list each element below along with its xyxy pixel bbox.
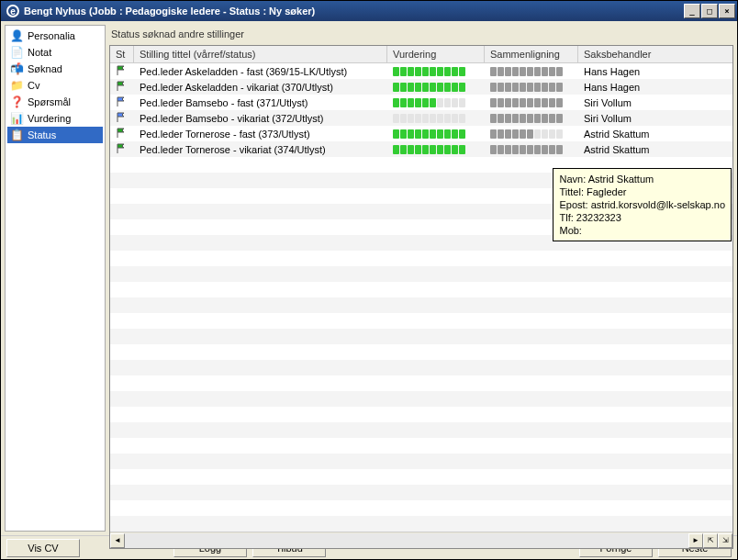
row-sammenligning — [485, 114, 578, 123]
empty-row — [110, 344, 732, 360]
col-title[interactable]: Stilling tittel (vårref/status) — [134, 46, 387, 62]
row-title: Ped.leder Askeladden - fast (369/15-LK/U… — [134, 66, 387, 77]
row-sammenligning — [485, 98, 578, 107]
empty-row — [110, 251, 732, 266]
row-title: Ped.leder Bamsebo - fast (371/Utlyst) — [134, 97, 387, 108]
sidebar-item-vurdering[interactable]: 📊Vurdering — [7, 110, 103, 127]
grid: St Stilling tittel (vårref/status) Vurde… — [109, 45, 733, 549]
grid-header: St Stilling tittel (vårref/status) Vurde… — [110, 46, 732, 63]
row-vurdering — [387, 98, 485, 107]
vis-cv-button[interactable]: Vis CV — [6, 539, 80, 557]
row-sammenligning — [485, 145, 578, 154]
empty-row — [110, 391, 732, 407]
row-sammenligning — [485, 67, 578, 76]
flag-icon — [110, 81, 134, 94]
table-row[interactable]: Ped.leder Bamsebo - fast (371/Utlyst)Sir… — [110, 95, 732, 110]
flag-icon — [110, 112, 134, 125]
status-icon: 📋 — [9, 128, 24, 142]
expand-down-icon[interactable]: ⇲ — [718, 533, 732, 548]
empty-row — [110, 500, 732, 516]
row-saksbehandler: Hans Hagen — [578, 82, 732, 93]
sidebar-label: Personalia — [28, 30, 75, 41]
vurdering-icon: 📊 — [9, 111, 24, 126]
notat-icon: 📄 — [9, 45, 24, 60]
sidebar-label: Vurdering — [28, 113, 71, 124]
empty-row — [110, 375, 732, 391]
sidebar-item-personalia[interactable]: 👤Personalia — [7, 28, 103, 44]
row-saksbehandler: Astrid Skattum — [578, 129, 732, 140]
table-row[interactable]: Ped.leder Tornerose - fast (373/Utlyst)A… — [110, 126, 732, 141]
row-title: Ped.leder Bamsebo - vikariat (372/Utlyst… — [134, 113, 387, 124]
empty-row — [110, 329, 732, 344]
sidebar-item-søknad[interactable]: 📬Søknad — [7, 61, 103, 77]
content: Status søknad andre stillinger St Stilli… — [109, 25, 733, 532]
scroll-track[interactable] — [125, 533, 688, 548]
empty-row — [110, 485, 732, 500]
titlebar: e Bengt Nyhus (Jobb : Pedagogiske ledere… — [1, 1, 737, 21]
sidebar-label: Spørsmål — [28, 96, 71, 107]
row-title: Ped.leder Tornerose - vikariat (374/Utly… — [134, 144, 387, 155]
sidebar-label: Cv — [28, 80, 39, 91]
table-row[interactable]: Ped.leder Tornerose - vikariat (374/Utly… — [110, 141, 732, 157]
tooltip: Navn: Astrid Skattum Tittel: Fagleder Ep… — [553, 168, 732, 241]
grid-body: Ped.leder Askeladden - fast (369/15-LK/U… — [110, 63, 732, 532]
sidebar-item-notat[interactable]: 📄Notat — [7, 44, 103, 61]
flag-icon — [110, 65, 134, 78]
sidebar-label: Notat — [28, 47, 51, 58]
row-saksbehandler: Siri Vollum — [578, 113, 732, 124]
scroll-right-icon[interactable]: ► — [688, 533, 703, 548]
empty-row — [110, 407, 732, 422]
row-vurdering — [387, 145, 485, 154]
flag-icon — [110, 96, 134, 109]
main-area: 👤Personalia📄Notat📬Søknad📁Cv❓Spørsmål📊Vur… — [1, 21, 737, 535]
row-vurdering — [387, 114, 485, 123]
flag-icon — [110, 143, 134, 156]
app-icon: e — [6, 5, 19, 17]
close-button[interactable]: × — [719, 4, 735, 18]
row-saksbehandler: Hans Hagen — [578, 66, 732, 77]
empty-row — [110, 422, 732, 438]
empty-row — [110, 454, 732, 469]
row-sammenligning — [485, 129, 578, 139]
row-vurdering — [387, 83, 485, 92]
maximize-button[interactable]: □ — [701, 4, 718, 18]
col-saksbehandler[interactable]: Saksbehandler — [578, 46, 732, 62]
empty-row — [110, 438, 732, 454]
sidebar-item-status[interactable]: 📋Status — [7, 127, 103, 143]
sidebar-label: Status — [28, 129, 56, 140]
row-title: Ped.leder Tornerose - fast (373/Utlyst) — [134, 129, 387, 140]
empty-row — [110, 266, 732, 282]
sidebar: 👤Personalia📄Notat📬Søknad📁Cv❓Spørsmål📊Vur… — [5, 25, 106, 532]
col-sammenligning[interactable]: Sammenligning — [485, 46, 578, 62]
col-status[interactable]: St — [110, 46, 134, 62]
row-saksbehandler: Siri Vollum — [578, 97, 732, 108]
empty-row — [110, 469, 732, 485]
section-title: Status søknad andre stillinger — [109, 25, 733, 45]
empty-row — [110, 313, 732, 329]
empty-row — [110, 282, 732, 297]
col-vurdering[interactable]: Vurdering — [387, 46, 485, 62]
row-sammenligning — [485, 83, 578, 92]
table-row[interactable]: Ped.leder Bamsebo - vikariat (372/Utlyst… — [110, 110, 732, 126]
horizontal-scrollbar[interactable]: ◄ ► ⇱ ⇲ — [110, 532, 732, 548]
spørsmål-icon: ❓ — [9, 95, 24, 109]
sidebar-item-cv[interactable]: 📁Cv — [7, 77, 103, 94]
minimize-button[interactable]: _ — [684, 4, 700, 18]
sidebar-label: Søknad — [28, 63, 62, 74]
scroll-left-icon[interactable]: ◄ — [110, 533, 125, 548]
window-title: Bengt Nyhus (Jobb : Pedagogiske ledere -… — [24, 6, 684, 17]
row-title: Ped.leder Askeladden - vikariat (370/Utl… — [134, 82, 387, 93]
table-row[interactable]: Ped.leder Askeladden - fast (369/15-LK/U… — [110, 63, 732, 79]
sidebar-item-spørsmål[interactable]: ❓Spørsmål — [7, 94, 103, 110]
row-vurdering — [387, 67, 485, 76]
window-buttons: _ □ × — [684, 4, 735, 18]
cv-icon: 📁 — [9, 78, 24, 93]
row-vurdering — [387, 129, 485, 139]
empty-row — [110, 360, 732, 375]
table-row[interactable]: Ped.leder Askeladden - vikariat (370/Utl… — [110, 79, 732, 95]
expand-up-icon[interactable]: ⇱ — [703, 533, 718, 548]
empty-row — [110, 516, 732, 532]
personalia-icon: 👤 — [9, 28, 24, 43]
flag-icon — [110, 128, 134, 140]
søknad-icon: 📬 — [9, 62, 24, 76]
